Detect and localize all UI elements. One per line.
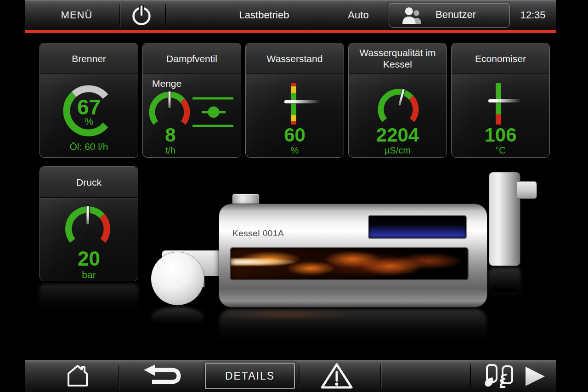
economiser-column-arm bbox=[517, 182, 537, 199]
water-level-unit: % bbox=[246, 145, 344, 156]
tile-druck-title: Druck bbox=[40, 167, 138, 198]
water-level-value: 60 bbox=[246, 124, 344, 146]
tile-wasserqualitaet[interactable]: Wasserqualität im Kessel 2204 µS/cm bbox=[348, 43, 447, 158]
mode-label: Auto bbox=[335, 0, 381, 30]
top-divider-2 bbox=[165, 3, 166, 27]
pressure-gauge bbox=[62, 204, 113, 254]
clock: 12:35 bbox=[505, 0, 560, 30]
tile-wasserqualitaet-title: Wasserqualität im Kessel bbox=[349, 43, 447, 74]
tile-economiser-body: 106 °C bbox=[452, 74, 549, 157]
operating-status-label: Lastbetrieb bbox=[220, 0, 308, 30]
druck-tile-reflection bbox=[40, 284, 138, 317]
tile-druck[interactable]: Druck 20 bar bbox=[40, 166, 138, 281]
water-level-indicator bbox=[284, 100, 320, 103]
tile-dampfventil[interactable]: Dampfventil Menge 8 t/h bbox=[142, 43, 241, 158]
boiler-reflection bbox=[219, 309, 487, 348]
tile-economiser-title: Economiser bbox=[452, 43, 549, 74]
accent-red-divider bbox=[25, 30, 556, 33]
boiler-pair-icon[interactable] bbox=[483, 364, 516, 389]
warning-triangle-icon[interactable] bbox=[320, 362, 353, 390]
bottom-divider-1 bbox=[119, 363, 119, 389]
steam-value: 8 bbox=[143, 124, 198, 146]
bottom-divider-2 bbox=[299, 363, 300, 389]
menu-button[interactable]: MENÜ bbox=[49, 0, 104, 30]
top-bar: MENÜ Lastbetrieb Auto Benutzer 12:35 bbox=[25, 0, 556, 30]
economiser-indicator bbox=[488, 99, 521, 102]
tile-wasserstand-body: 60 % bbox=[246, 74, 344, 157]
tile-brenner-body: 67 % Öl: 60 l/h bbox=[40, 74, 138, 157]
economiser-unit: °C bbox=[452, 145, 549, 156]
water-level-bar bbox=[291, 83, 296, 125]
bottom-divider-3 bbox=[380, 363, 381, 389]
tile-brenner-title: Brenner bbox=[40, 43, 138, 74]
details-button[interactable]: DETAILS bbox=[205, 363, 295, 389]
flame-reflection bbox=[231, 309, 424, 325]
bottom-divider-4 bbox=[470, 363, 471, 389]
back-icon[interactable] bbox=[143, 364, 181, 386]
details-button-label: DETAILS bbox=[206, 364, 294, 388]
water-quality-value: 2204 bbox=[349, 124, 447, 146]
tile-wasserstand-title: Wasserstand bbox=[246, 43, 344, 74]
power-standby-icon[interactable] bbox=[129, 2, 154, 27]
boiler-flame-window bbox=[231, 248, 468, 279]
tile-wasserqualitaet-body: 2204 µS/cm bbox=[349, 74, 447, 157]
pressure-unit: bar bbox=[40, 269, 138, 280]
economiser-column bbox=[489, 172, 520, 266]
hmi-screen: MENÜ Lastbetrieb Auto Benutzer 12:35 Bre… bbox=[0, 0, 588, 392]
boiler-water-gauge-glass bbox=[369, 216, 466, 238]
tile-wasserstand[interactable]: Wasserstand 60 % bbox=[245, 43, 344, 158]
boiler-top-nozzle bbox=[232, 194, 259, 205]
bottom-bar: DETAILS bbox=[25, 360, 556, 392]
play-arrow-icon[interactable] bbox=[524, 366, 547, 387]
tile-economiser[interactable]: Economiser 106 °C bbox=[451, 43, 550, 158]
steam-unit: t/h bbox=[143, 145, 198, 156]
burner-blower-fan bbox=[151, 252, 204, 305]
pressure-value: 20 bbox=[40, 247, 138, 270]
economiser-value: 106 bbox=[452, 124, 549, 146]
user-button-label: Benutzer bbox=[417, 3, 495, 26]
home-icon[interactable] bbox=[66, 364, 89, 387]
burner-footer: Öl: 60 l/h bbox=[40, 141, 138, 152]
tile-dampfventil-title: Dampfventil bbox=[143, 43, 241, 74]
tile-dampfventil-body: Menge 8 t/h bbox=[143, 74, 241, 157]
economiser-column-reflection bbox=[489, 268, 520, 294]
economiser-bar bbox=[496, 83, 501, 125]
steam-flow-label: Menge bbox=[152, 78, 181, 89]
tile-brenner[interactable]: Brenner 67 % Öl: 60 l/h bbox=[40, 43, 138, 158]
burner-unit: % bbox=[40, 116, 138, 128]
user-button[interactable]: Benutzer bbox=[389, 3, 510, 28]
top-divider-1 bbox=[119, 3, 120, 27]
tile-druck-body: 20 bar bbox=[40, 198, 138, 281]
boiler-label: Kessel 001A bbox=[232, 228, 284, 239]
blower-reflection bbox=[151, 307, 204, 327]
water-quality-unit: µS/cm bbox=[349, 145, 447, 156]
